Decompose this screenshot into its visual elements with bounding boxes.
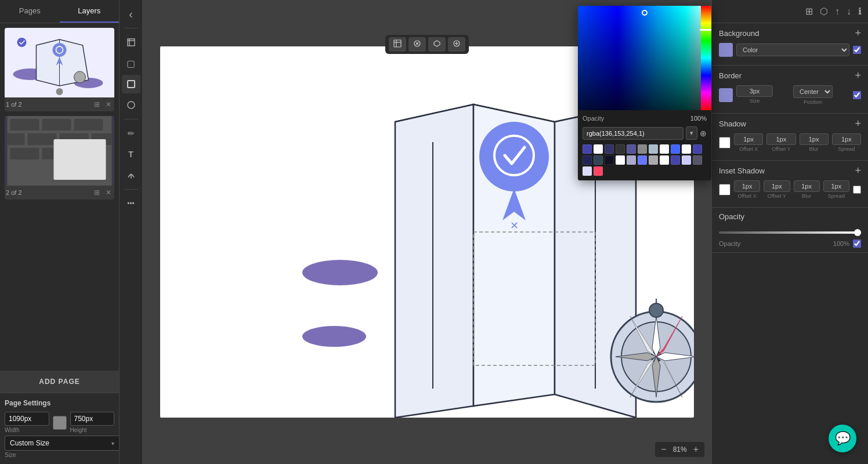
inset-shadow-swatch[interactable] [719,184,730,195]
tool-text[interactable]: T [122,145,140,164]
hue-bar[interactable] [701,6,711,110]
opacity-row2-label: Opacity [719,240,740,247]
color-swatch-6[interactable] [649,144,658,154]
color-mode-dropdown[interactable]: ▾ [686,126,697,140]
background-add-btn[interactable]: + [855,28,861,38]
info-icon[interactable]: ℹ [856,4,863,19]
component-icon[interactable]: ⬡ [818,4,830,19]
tab-pages[interactable]: Pages [0,0,60,23]
color-swatch-15[interactable] [627,155,636,165]
float-btn-4[interactable] [448,37,465,52]
color-swatch-7[interactable] [660,144,669,154]
inset-shadow-section: Inset Shadow + Offset X Offset Y [712,161,868,208]
export-icon[interactable]: ↑ [833,5,841,19]
float-btn-3[interactable] [428,37,446,52]
border-size-input[interactable] [736,85,773,97]
tool-select[interactable] [122,75,140,93]
border-checkbox[interactable] [853,91,861,99]
border-position-select[interactable]: Center [793,85,833,98]
shadow-blur-input[interactable] [800,133,829,145]
shadow-spread-input[interactable] [832,133,861,145]
color-swatch-9[interactable] [682,144,691,154]
color-gradient-area[interactable] [578,6,711,110]
tool-pen[interactable]: ✏ [122,124,140,143]
color-swatch-16[interactable] [638,155,647,165]
color-swatch-12[interactable] [594,155,603,165]
shadow-offset-y-input[interactable] [766,133,795,145]
float-btn-2[interactable] [408,37,426,52]
color-swatch-20[interactable] [682,155,691,165]
tool-rectangle[interactable]: ▢ [122,54,140,72]
tool-frame[interactable] [122,33,140,52]
bg-color-swatch[interactable] [53,416,67,430]
color-swatch-2[interactable] [605,144,614,154]
color-swatch-21[interactable] [693,155,702,165]
color-swatch-4[interactable] [627,144,636,154]
color-swatch-10[interactable] [693,144,702,154]
inset-shadow-spread-input[interactable] [823,180,849,192]
page-thumb-2[interactable]: 2 of 2 ⊞ ✕ [5,116,114,200]
border-section: Border + Size Center Position [712,66,868,114]
background-swatch[interactable] [719,43,733,57]
color-swatch-23[interactable] [594,166,603,176]
color-swatch-14[interactable] [616,155,625,165]
color-swatch-5[interactable] [638,144,647,154]
svg-point-8 [56,88,63,95]
color-swatch-18[interactable] [660,155,669,165]
page-2-copy[interactable]: ⊞ [92,188,102,197]
float-btn-1[interactable] [389,37,406,52]
zoom-minus-button[interactable]: − [660,444,667,455]
inset-shadow-add-btn[interactable]: + [855,165,861,176]
background-checkbox[interactable] [853,46,861,54]
svg-rect-11 [42,119,71,130]
color-swatches [583,144,707,176]
width-label: Width [5,427,49,433]
grid-icon[interactable]: ⊞ [804,4,815,19]
color-swatch-13[interactable] [605,155,614,165]
color-swatch-19[interactable] [671,155,680,165]
color-swatch-1[interactable] [594,144,603,154]
add-page-button[interactable]: ADD PAGE [0,371,119,393]
inset-shadow-blur-input[interactable] [794,180,820,192]
page-2-delete[interactable]: ✕ [104,188,113,197]
color-swatch-0[interactable] [583,144,592,154]
opacity-slider[interactable] [719,231,861,234]
page-settings-title: Page Settings [5,399,114,407]
chat-button[interactable]: 💬 [829,425,856,452]
border-size-label: Size [750,98,760,104]
color-swatch-17[interactable] [649,155,658,165]
eyedropper-button[interactable]: ⊕ [700,129,707,138]
zoom-plus-button[interactable]: + [692,444,700,455]
color-swatch-8[interactable] [671,144,680,154]
color-swatch-11[interactable] [583,155,592,165]
color-swatch-3[interactable] [616,144,625,154]
tool-upload[interactable] [122,166,140,184]
import-icon[interactable]: ↓ [845,5,853,19]
shadow-swatch[interactable] [719,137,730,148]
inset-shadow-offset-x-input[interactable] [734,180,760,192]
page-1-copy[interactable]: ⊞ [92,100,102,109]
opacity-checkbox[interactable] [853,240,861,248]
shadow-row: Offset X Offset Y Blur Spread [719,133,861,152]
width-input[interactable] [5,412,49,426]
inset-shadow-checkbox[interactable] [853,186,861,194]
shadow-add-btn[interactable]: + [855,118,861,129]
border-swatch[interactable] [719,88,733,102]
svg-point-25 [128,102,135,108]
page-thumb-1[interactable]: 1 of 2 ⊞ ✕ [5,28,114,111]
shadow-offset-x-input[interactable] [734,133,763,145]
inset-shadow-offset-y-input[interactable] [764,180,790,192]
svg-point-7 [17,38,27,47]
background-title: Background [719,29,759,38]
border-add-btn[interactable]: + [855,70,861,81]
size-select[interactable]: Custom Size [5,436,123,451]
color-value-input[interactable] [583,127,683,140]
background-type-select[interactable]: Color [736,44,849,56]
color-swatch-22[interactable] [583,166,592,176]
tool-ellipse[interactable] [122,96,140,114]
tab-layers[interactable]: Layers [60,0,120,23]
nav-back-button[interactable]: ‹ [122,5,140,23]
height-input[interactable] [70,412,115,426]
tool-more[interactable]: ••• [122,194,140,213]
page-1-delete[interactable]: ✕ [104,100,113,109]
